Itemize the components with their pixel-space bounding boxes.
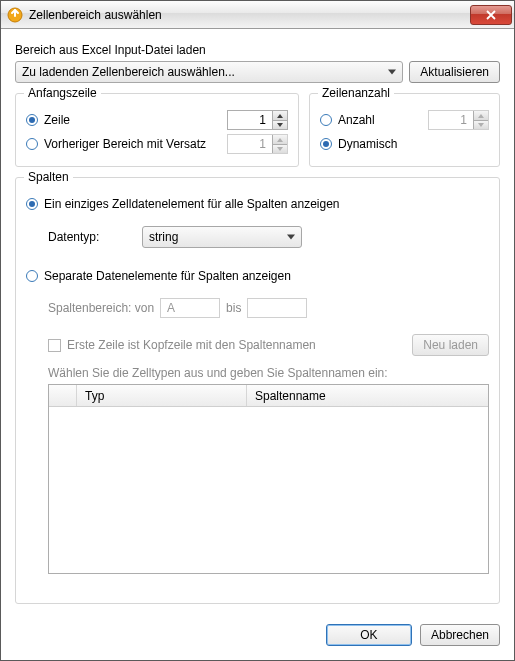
spinner-down-button[interactable]	[273, 120, 287, 129]
row-count-value-spinner	[428, 110, 489, 130]
range-to-input	[247, 298, 307, 318]
window-title: Zellenbereich auswählen	[29, 8, 470, 22]
chevron-down-icon	[277, 147, 283, 151]
cancel-button[interactable]: Abbrechen	[420, 624, 500, 646]
row-count-group: Zeilenanzahl Anzahl Dynamisch	[309, 93, 500, 167]
dialog-body: Bereich aus Excel Input-Datei laden Zu l…	[1, 29, 514, 614]
chevron-down-icon	[388, 70, 396, 75]
row-count-dynamic-radio[interactable]	[320, 138, 332, 150]
start-row-value-input[interactable]	[228, 111, 272, 129]
columns-group: Spalten Ein einziges Zelldatenelement fü…	[15, 177, 500, 604]
row-config: Anfangszeile Zeile Vorheriger	[15, 93, 500, 167]
load-section: Bereich aus Excel Input-Datei laden Zu l…	[15, 43, 500, 83]
datatype-select[interactable]: string	[142, 226, 302, 248]
table-caption: Wählen Sie die Zelltypen aus und geben S…	[48, 366, 489, 380]
columns-table: Typ Spaltenname	[48, 384, 489, 574]
range-from-label: Spaltenbereich: von	[48, 301, 154, 315]
row-count-legend: Zeilenanzahl	[318, 86, 394, 100]
spinner-down-button	[273, 144, 287, 153]
row-count-value-input	[429, 111, 473, 129]
columns-single-label: Ein einziges Zelldatenelement für alle S…	[44, 197, 340, 211]
start-row-offset-spinner	[227, 134, 288, 154]
range-from-input	[160, 298, 220, 318]
app-icon	[7, 7, 23, 23]
load-label: Bereich aus Excel Input-Datei laden	[15, 43, 500, 57]
dialog-window: Zellenbereich auswählen Bereich aus Exce…	[0, 0, 515, 661]
header-row-label: Erste Zeile ist Kopfzeile mit den Spalte…	[67, 338, 316, 352]
spinner-up-button	[474, 111, 488, 120]
row-count-dynamic-label: Dynamisch	[338, 137, 397, 151]
reload-button: Neu laden	[412, 334, 489, 356]
range-to-label: bis	[226, 301, 241, 315]
table-header-blank	[49, 385, 77, 406]
chevron-down-icon	[287, 235, 295, 240]
titlebar: Zellenbereich auswählen	[1, 1, 514, 29]
start-row-legend: Anfangszeile	[24, 86, 101, 100]
start-row-group: Anfangszeile Zeile Vorheriger	[15, 93, 299, 167]
chevron-up-icon	[478, 114, 484, 118]
columns-legend: Spalten	[24, 170, 73, 184]
start-row-row-radio[interactable]	[26, 114, 38, 126]
datatype-value: string	[149, 230, 178, 244]
close-button[interactable]	[470, 5, 512, 25]
row-count-count-radio[interactable]	[320, 114, 332, 126]
table-body	[49, 407, 488, 573]
columns-separate-label: Separate Datenelemente für Spalten anzei…	[44, 269, 291, 283]
table-header-name[interactable]: Spaltenname	[247, 385, 488, 406]
table-header-type[interactable]: Typ	[77, 385, 247, 406]
table-header: Typ Spaltenname	[49, 385, 488, 407]
close-icon	[486, 10, 496, 20]
chevron-up-icon	[277, 114, 283, 118]
columns-single-radio[interactable]	[26, 198, 38, 210]
spinner-up-button[interactable]	[273, 111, 287, 120]
spinner-down-button	[474, 120, 488, 129]
chevron-up-icon	[277, 138, 283, 142]
spinner-up-button	[273, 135, 287, 144]
start-row-prev-radio[interactable]	[26, 138, 38, 150]
ok-button[interactable]: OK	[326, 624, 412, 646]
dialog-footer: OK Abbrechen	[1, 614, 514, 660]
refresh-button[interactable]: Aktualisieren	[409, 61, 500, 83]
start-row-offset-input	[228, 135, 272, 153]
header-row-checkbox	[48, 339, 61, 352]
range-select[interactable]: Zu ladenden Zellenbereich auswählen...	[15, 61, 403, 83]
start-row-value-spinner[interactable]	[227, 110, 288, 130]
chevron-down-icon	[277, 123, 283, 127]
start-row-prev-label: Vorheriger Bereich mit Versatz	[44, 137, 206, 151]
datatype-label: Datentyp:	[48, 230, 136, 244]
chevron-down-icon	[478, 123, 484, 127]
start-row-row-label: Zeile	[44, 113, 70, 127]
range-select-value: Zu ladenden Zellenbereich auswählen...	[22, 65, 235, 79]
row-count-count-label: Anzahl	[338, 113, 375, 127]
columns-separate-radio[interactable]	[26, 270, 38, 282]
